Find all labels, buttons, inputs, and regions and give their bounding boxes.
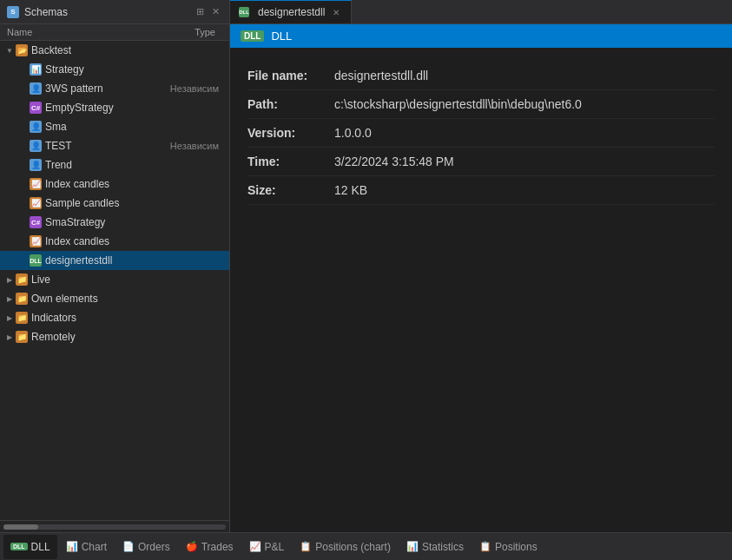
candles-icon-2: 📈 [30, 235, 42, 247]
filename-label: File name: [247, 69, 334, 82]
tree-item-remotely[interactable]: ▶ 📁 Remotely [0, 327, 229, 346]
bottom-tab-statistics[interactable]: 📊 Statistics [399, 535, 471, 559]
pin-button[interactable]: ⊞ [193, 5, 207, 19]
col-name-header: Name [7, 27, 153, 37]
sample-candles-label: Sample candles [45, 197, 226, 209]
close-sidebar-button[interactable]: ✕ [208, 5, 222, 19]
bottom-positions-label: Positions [495, 541, 537, 553]
tree-item-sma[interactable]: 👤 Sma [0, 117, 229, 136]
empty-label: EmptyStrategy [45, 102, 226, 114]
tree-item-indicators[interactable]: ▶ 📁 Indicators [0, 308, 229, 327]
own-elements-label: Own elements [31, 293, 226, 305]
folder-icon-own: 📁 [16, 293, 28, 305]
field-size: Size: 12 KB [247, 176, 715, 205]
strategy-icon-sma: 👤 [30, 121, 42, 133]
strategy-label: Strategy [45, 63, 226, 76]
tree-item-sample-candles[interactable]: 📈 Sample candles [0, 194, 229, 213]
field-time: Time: 3/22/2024 3:15:48 PM [247, 148, 715, 176]
designertestdll-label: designertestdll [45, 254, 226, 267]
chart-icon: 📊 [66, 541, 78, 552]
bottom-tab-positions-chart[interactable]: 📋 Positions (chart) [293, 535, 398, 559]
expand-strategy [17, 63, 30, 76]
tab-designertestdll[interactable]: DLL designertestdll ✕ [230, 0, 352, 23]
bottom-tab-pnl[interactable]: 📈 P&L [242, 535, 292, 559]
tree-item-sma-strategy[interactable]: C# SmaStrategy [0, 213, 229, 232]
orders-icon: 📄 [122, 541, 135, 552]
sidebar-horizontal-scrollbar[interactable] [0, 520, 229, 532]
remotely-label: Remotely [31, 331, 226, 343]
bottom-orders-label: Orders [138, 541, 170, 553]
content-area: DLL designertestdll ✕ DLL DLL File name:… [230, 0, 732, 532]
expand-live[interactable]: ▶ [3, 273, 16, 286]
test-label: TEST [45, 140, 170, 152]
h-scroll-track[interactable] [3, 524, 226, 530]
field-filename: File name: designertestdll.dll [247, 62, 715, 90]
candles-icon-sample: 📈 [30, 197, 42, 209]
positions-icon: 📋 [479, 541, 491, 552]
tree-item-index-candles-2[interactable]: 📈 Index candles [0, 232, 229, 251]
field-path: Path: c:\stocksharp\designertestdll\bin\… [247, 90, 715, 119]
tree-item-backtest[interactable]: ▼ 📂 Backtest [0, 41, 229, 60]
version-value: 1.0.0.0 [334, 126, 372, 140]
bottom-dll-label: DLL [31, 541, 50, 553]
tree-item-strategy[interactable]: 📊 Strategy [0, 60, 229, 79]
tree-item-3ws[interactable]: 👤 3WS pattern Независим [0, 79, 229, 98]
candles-icon-1: 📈 [30, 178, 42, 190]
size-value: 12 KB [334, 183, 367, 197]
sidebar: S Schemas ⊞ ✕ Name Type ▼ 📂 Backtest [0, 0, 230, 532]
column-headers: Name Type [0, 24, 229, 41]
strategy-icon-trend: 👤 [30, 159, 42, 171]
bottom-tab-dll[interactable]: DLL DLL [3, 535, 57, 559]
tree-item-test[interactable]: 👤 TEST Независим [0, 136, 229, 155]
bottom-tab-chart[interactable]: 📊 Chart [59, 535, 114, 559]
schemas-icon: S [7, 6, 19, 18]
bottom-tab-positions[interactable]: 📋 Positions [472, 535, 544, 559]
sidebar-header: S Schemas ⊞ ✕ [0, 0, 229, 24]
test-type: Независим [170, 141, 226, 151]
tree-item-designertestdll[interactable]: DLL designertestdll [0, 251, 229, 270]
bottom-pnl-label: P&L [265, 541, 285, 553]
statistics-icon: 📊 [406, 541, 419, 552]
dll-section-title: DLL [271, 30, 292, 43]
trades-icon: 🍎 [186, 541, 198, 552]
sidebar-title: Schemas [24, 6, 193, 18]
indicators-label: Indicators [31, 312, 226, 324]
h-scroll-thumb[interactable] [3, 524, 38, 530]
size-label: Size: [247, 183, 334, 197]
field-version: Version: 1.0.0.0 [247, 119, 715, 148]
time-label: Time: [247, 155, 334, 168]
col-type-header: Type [153, 27, 222, 37]
bottom-tab-trades[interactable]: 🍎 Trades [179, 535, 241, 559]
expand-own[interactable]: ▶ [3, 293, 16, 305]
bottom-chart-label: Chart [82, 541, 107, 553]
positions-chart-icon: 📋 [300, 541, 312, 552]
live-label: Live [31, 273, 226, 286]
dll-bottom-icon: DLL [10, 543, 28, 550]
csharp-icon-empty: C# [30, 102, 42, 114]
index-candles-2-label: Index candles [45, 235, 226, 247]
expand-remotely[interactable]: ▶ [3, 331, 16, 343]
tree-item-index-candles-1[interactable]: 📈 Index candles [0, 175, 229, 194]
backtest-label: Backtest [31, 44, 226, 56]
strategy-icon-strategy: 📊 [30, 63, 42, 76]
dll-icon-designer: DLL [30, 254, 42, 267]
folder-icon-indicators: 📁 [16, 312, 28, 324]
dll-section-header: DLL DLL [230, 24, 732, 48]
dll-header-icon: DLL [241, 30, 264, 42]
bottom-tab-orders[interactable]: 📄 Orders [115, 535, 177, 559]
tab-close-button[interactable]: ✕ [330, 6, 342, 18]
tree-item-live[interactable]: ▶ 📁 Live [0, 270, 229, 289]
3ws-label: 3WS pattern [45, 82, 170, 95]
expand-backtest[interactable]: ▼ [3, 44, 16, 56]
bottom-trades-label: Trades [201, 541, 234, 553]
tree-item-own-elements[interactable]: ▶ 📁 Own elements [0, 289, 229, 308]
index-candles-1-label: Index candles [45, 178, 226, 190]
expand-indicators[interactable]: ▶ [3, 312, 16, 324]
tree-item-empty[interactable]: C# EmptyStrategy [0, 98, 229, 117]
tree-item-trend[interactable]: 👤 Trend [0, 155, 229, 175]
filename-value: designertestdll.dll [334, 69, 428, 82]
detail-content: File name: designertestdll.dll Path: c:\… [230, 48, 732, 532]
bottom-toolbar: DLL DLL 📊 Chart 📄 Orders 🍎 Trades 📈 P&L … [0, 532, 732, 560]
folder-icon-live: 📁 [16, 273, 28, 286]
sma-label: Sma [45, 121, 226, 133]
